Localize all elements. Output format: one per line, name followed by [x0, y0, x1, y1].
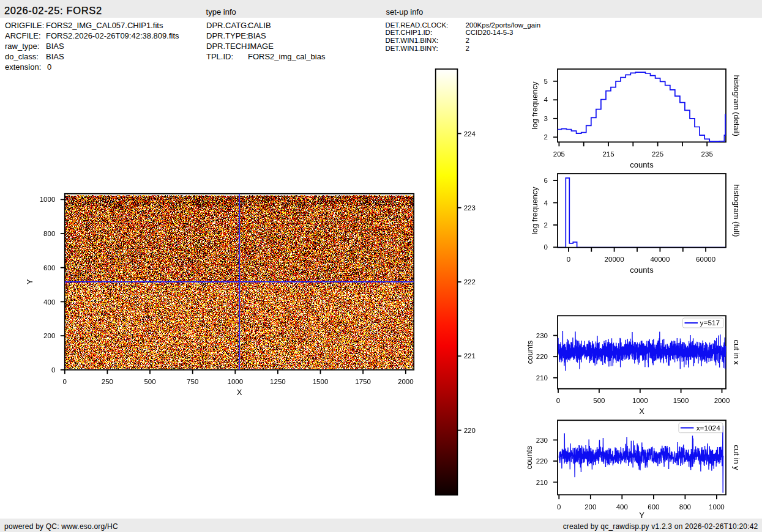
svg-text:600: 600: [648, 503, 659, 511]
svg-text:histogram (full): histogram (full): [732, 184, 741, 237]
svg-text:60000: 60000: [696, 256, 715, 263]
svg-text:1500: 1500: [673, 397, 689, 404]
svg-text:220: 220: [536, 457, 548, 465]
svg-text:225: 225: [652, 150, 663, 158]
svg-text:250: 250: [102, 378, 113, 385]
svg-text:800: 800: [679, 503, 691, 511]
svg-text:800: 800: [43, 230, 55, 237]
svg-text:1500: 1500: [313, 378, 329, 385]
svg-text:log frequency: log frequency: [530, 81, 539, 130]
svg-text:log frequency: log frequency: [530, 187, 539, 235]
svg-text:400: 400: [43, 298, 55, 306]
svg-text:750: 750: [187, 378, 198, 385]
svg-text:x=1024: x=1024: [697, 424, 720, 432]
svg-text:20000: 20000: [605, 256, 624, 263]
svg-text:220: 220: [464, 427, 476, 434]
svg-text:0: 0: [557, 503, 561, 511]
svg-text:221: 221: [464, 352, 476, 360]
svg-text:0: 0: [567, 256, 570, 263]
svg-text:4: 4: [544, 199, 548, 207]
svg-text:1250: 1250: [270, 378, 286, 385]
svg-text:y=517: y=517: [700, 319, 720, 327]
svg-text:1000: 1000: [632, 397, 648, 404]
svg-text:2000: 2000: [398, 378, 414, 385]
svg-text:1000: 1000: [228, 378, 244, 385]
svg-text:cut in y: cut in y: [732, 445, 741, 471]
svg-text:500: 500: [144, 378, 155, 385]
svg-text:0: 0: [51, 366, 55, 374]
svg-text:210: 210: [536, 374, 548, 382]
svg-text:0: 0: [544, 243, 548, 251]
svg-text:224: 224: [464, 130, 476, 138]
svg-text:X: X: [639, 407, 644, 416]
svg-text:3: 3: [544, 115, 548, 122]
svg-text:235: 235: [701, 150, 713, 158]
svg-text:200: 200: [43, 332, 55, 339]
svg-text:230: 230: [536, 437, 548, 444]
svg-text:40000: 40000: [650, 256, 670, 263]
svg-text:400: 400: [616, 503, 628, 511]
svg-text:1000: 1000: [709, 503, 725, 511]
svg-text:histogram (detail): histogram (detail): [732, 75, 741, 136]
svg-text:2: 2: [544, 133, 548, 141]
svg-text:600: 600: [43, 264, 55, 272]
svg-text:counts: counts: [630, 265, 654, 275]
svg-text:cut in x: cut in x: [732, 339, 741, 365]
svg-text:Y: Y: [639, 511, 644, 520]
svg-text:0: 0: [63, 378, 67, 385]
svg-text:215: 215: [602, 150, 614, 158]
svg-text:200: 200: [585, 503, 596, 511]
svg-text:counts: counts: [630, 160, 654, 169]
svg-text:222: 222: [464, 278, 476, 286]
svg-text:counts: counts: [525, 446, 534, 470]
svg-text:counts: counts: [525, 340, 534, 364]
svg-text:5: 5: [544, 78, 548, 85]
svg-text:0: 0: [556, 397, 560, 404]
svg-text:Y: Y: [26, 279, 35, 284]
svg-text:4: 4: [544, 96, 548, 103]
svg-text:220: 220: [536, 353, 548, 360]
svg-text:230: 230: [536, 332, 548, 339]
svg-text:223: 223: [464, 204, 476, 212]
svg-text:210: 210: [536, 479, 548, 486]
svg-text:1750: 1750: [355, 378, 371, 385]
svg-text:6: 6: [544, 177, 548, 184]
svg-text:1000: 1000: [40, 196, 56, 203]
svg-text:X: X: [237, 388, 242, 397]
svg-text:2: 2: [544, 221, 548, 229]
svg-text:205: 205: [553, 150, 565, 158]
svg-text:2000: 2000: [714, 397, 730, 404]
svg-text:500: 500: [593, 397, 605, 404]
